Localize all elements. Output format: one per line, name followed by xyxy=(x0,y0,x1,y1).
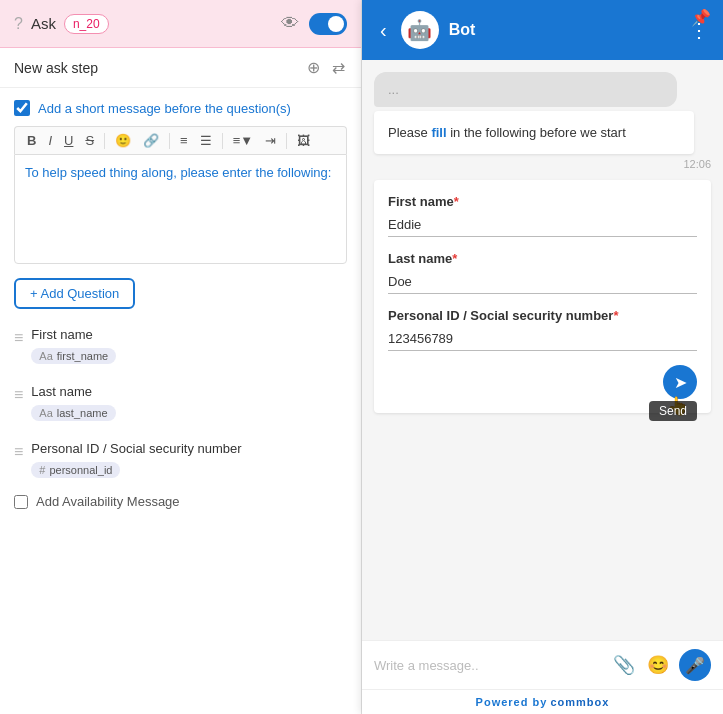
question-tag-2: Aa last_name xyxy=(31,405,115,421)
emoji-button[interactable]: 😊 xyxy=(645,652,671,678)
panel-content: Add a short message before the question(… xyxy=(0,88,361,714)
chat-message-input[interactable] xyxy=(374,658,603,673)
form-bubble: First name* Last name* Personal ID / Soc… xyxy=(374,180,711,413)
send-circle-button[interactable]: ➤ xyxy=(663,365,697,399)
bot-name: Bot xyxy=(449,21,476,39)
first-name-input[interactable] xyxy=(388,213,697,237)
eye-icon[interactable]: 👁 xyxy=(281,13,299,34)
chat-panel: 📌 ‹ 🤖 Bot ⋮ ... Please fill in the follo… xyxy=(362,0,723,714)
powered-by-text: Powered by xyxy=(476,696,548,708)
question-item-1: ≡ First name Aa first_name xyxy=(14,323,347,368)
underline-btn[interactable]: U xyxy=(60,131,77,150)
tag-value-1: first_name xyxy=(57,350,108,362)
question-item-2: ≡ Last name Aa last_name xyxy=(14,380,347,425)
ask-label: Ask xyxy=(31,15,56,32)
question-tag-1: Aa first_name xyxy=(31,348,116,364)
drag-handle-2[interactable]: ≡ xyxy=(14,384,23,404)
last-name-input[interactable] xyxy=(388,270,697,294)
question-info-2: Last name Aa last_name xyxy=(31,384,347,421)
separator xyxy=(104,133,105,149)
previous-message-bubble: ... xyxy=(374,72,677,107)
message-time: 12:06 xyxy=(374,158,711,170)
separator4 xyxy=(286,133,287,149)
first-name-label: First name* xyxy=(388,194,697,209)
align-btn[interactable]: ≡▼ xyxy=(229,131,257,150)
availability-label: Add Availability Message xyxy=(36,494,180,509)
emoji-btn[interactable]: 🙂 xyxy=(111,131,135,150)
bold-btn[interactable]: B xyxy=(23,131,40,150)
chat-input-area: 📎 😊 🎤 xyxy=(362,640,723,689)
italic-btn[interactable]: I xyxy=(44,131,56,150)
back-button[interactable]: ‹ xyxy=(376,19,391,42)
panel-title: New ask step xyxy=(14,60,98,76)
question-title-1: First name xyxy=(31,327,347,342)
drag-handle-3[interactable]: ≡ xyxy=(14,441,23,461)
tag-prefix-3: # xyxy=(39,464,45,476)
editor-area[interactable]: To help speed thing along, please enter … xyxy=(14,154,347,264)
availability-row: Add Availability Message xyxy=(14,494,347,509)
powered-by-brand: commbox xyxy=(550,696,609,708)
bot-avatar: 🤖 xyxy=(401,11,439,49)
attachment-button[interactable]: 📎 xyxy=(611,652,637,678)
checkbox-row: Add a short message before the question(… xyxy=(14,100,347,116)
separator3 xyxy=(222,133,223,149)
checkbox-label: Add a short message before the question(… xyxy=(38,101,291,116)
ol-btn[interactable]: ☰ xyxy=(196,131,216,150)
required-star-1: * xyxy=(454,194,459,209)
top-bar: ? Ask n_20 👁 xyxy=(0,0,361,48)
send-area: ➤ 👆 Send xyxy=(663,365,697,399)
left-panel: ? Ask n_20 👁 New ask step ⊕ ⇄ Add a shor… xyxy=(0,0,362,714)
send-tooltip: Send xyxy=(649,401,697,421)
top-bar-right: 👁 xyxy=(281,13,347,35)
question-tag-3: # personnal_id xyxy=(31,462,120,478)
question-info-1: First name Aa first_name xyxy=(31,327,347,364)
mic-button[interactable]: 🎤 xyxy=(679,649,711,681)
previous-bubble-text: ... xyxy=(388,82,399,97)
editor-toolbar: B I U S 🙂 🔗 ≡ ☰ ≡▼ ⇥ 🖼 xyxy=(14,126,347,154)
tag-value-2: last_name xyxy=(57,407,108,419)
panel-toolbar: New ask step ⊕ ⇄ xyxy=(0,48,361,88)
tag-prefix-1: Aa xyxy=(39,350,52,362)
question-title-2: Last name xyxy=(31,384,347,399)
required-star-3: * xyxy=(613,308,618,323)
toggle-switch[interactable] xyxy=(309,13,347,35)
ul-btn[interactable]: ≡ xyxy=(176,131,192,150)
send-hint: ➤ 👆 Send xyxy=(388,365,697,399)
bot-message-text: Please fill in the following before we s… xyxy=(388,125,680,140)
add-icon-btn[interactable]: ⊕ xyxy=(305,56,322,79)
question-item-3: ≡ Personal ID / Social security number #… xyxy=(14,437,347,482)
short-message-checkbox[interactable] xyxy=(14,100,30,116)
personal-id-label: Personal ID / Social security number* xyxy=(388,308,697,323)
separator2 xyxy=(169,133,170,149)
powered-by-footer: Powered by commbox xyxy=(362,689,723,714)
personal-id-input[interactable] xyxy=(388,327,697,351)
tag-prefix-2: Aa xyxy=(39,407,52,419)
drag-handle-1[interactable]: ≡ xyxy=(14,327,23,347)
toolbar-actions: ⊕ ⇄ xyxy=(305,56,347,79)
availability-checkbox[interactable] xyxy=(14,495,28,509)
last-name-label: Last name* xyxy=(388,251,697,266)
bot-message-bubble: Please fill in the following before we s… xyxy=(374,111,694,154)
question-info-3: Personal ID / Social security number # p… xyxy=(31,441,347,478)
help-icon[interactable]: ? xyxy=(14,15,23,33)
personal-id-field: Personal ID / Social security number* xyxy=(388,308,697,351)
editor-text: To help speed thing along, please enter … xyxy=(25,165,331,180)
chat-header: 📌 ‹ 🤖 Bot ⋮ xyxy=(362,0,723,60)
strikethrough-btn[interactable]: S xyxy=(81,131,98,150)
tag-value-3: personnal_id xyxy=(49,464,112,476)
chat-messages: ... Please fill in the following before … xyxy=(362,60,723,640)
question-title-3: Personal ID / Social security number xyxy=(31,441,347,456)
swap-icon-btn[interactable]: ⇄ xyxy=(330,56,347,79)
add-question-button[interactable]: + Add Question xyxy=(14,278,135,309)
indent-btn[interactable]: ⇥ xyxy=(261,131,280,150)
pin-icon: 📌 xyxy=(691,8,711,27)
bot-avatar-emoji: 🤖 xyxy=(407,18,432,42)
last-name-field: Last name* xyxy=(388,251,697,294)
required-star-2: * xyxy=(452,251,457,266)
image-btn[interactable]: 🖼 xyxy=(293,131,314,150)
link-btn[interactable]: 🔗 xyxy=(139,131,163,150)
ask-badge: n_20 xyxy=(64,14,109,34)
first-name-field: First name* xyxy=(388,194,697,237)
